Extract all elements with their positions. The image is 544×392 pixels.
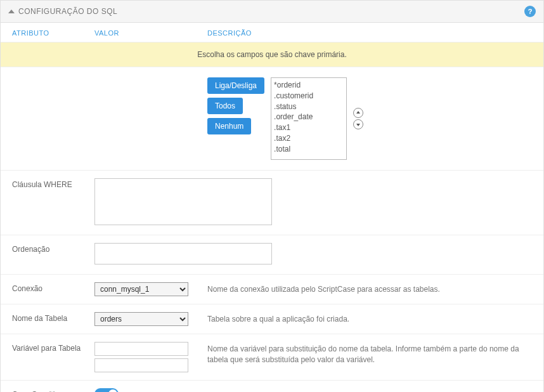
reorder-controls xyxy=(353,108,363,129)
panel-header: CONFIGURAÇÃO DO SQL ? xyxy=(1,1,543,23)
row-tablevar: Variável para Tabela Nome da variável pa… xyxy=(1,334,543,381)
label-where: Cláusula WHERE xyxy=(12,178,94,189)
toggle-knob xyxy=(108,389,117,392)
list-item[interactable]: .total xyxy=(273,144,345,155)
label-connection: Conexão xyxy=(12,282,94,293)
col-header-attribute: ATRIBUTO xyxy=(12,29,94,37)
desc-where xyxy=(207,178,532,180)
table-select[interactable]: orders xyxy=(94,312,188,326)
hint-bar: Escolha os campos que são chave primária… xyxy=(1,42,543,67)
connection-select[interactable]: conn_mysql_1 xyxy=(94,282,188,296)
move-up-button[interactable] xyxy=(353,108,363,118)
collapse-icon[interactable] xyxy=(8,10,15,13)
desc-casesensitive: Considerar Case Sensitive xyxy=(207,388,532,392)
desc-table: Tabela sobre a qual a aplicação foi cria… xyxy=(207,312,532,325)
desc-order xyxy=(207,243,532,245)
label-order: Ordenação xyxy=(12,243,94,254)
label-casesensitive: Case Sensitive xyxy=(12,388,94,392)
label-table: Nome da Tabela xyxy=(12,312,94,323)
desc-tablevar: Nome da variável para substituição do no… xyxy=(207,342,532,365)
desc-connection: Nome da conexão utilizada pelo ScriptCas… xyxy=(207,282,532,295)
select-all-button[interactable]: Todos xyxy=(207,98,243,114)
panel-header-left: CONFIGURAÇÃO DO SQL xyxy=(8,7,117,16)
where-input[interactable] xyxy=(94,178,272,225)
row-connection: Conexão conn_mysql_1 Nome da conexão uti… xyxy=(1,275,543,304)
sql-config-panel: CONFIGURAÇÃO DO SQL ? ATRIBUTO VALOR DES… xyxy=(0,0,544,392)
row-table: Nome da Tabela orders Tabela sobre a qua… xyxy=(1,304,543,334)
col-header-value: VALOR xyxy=(94,29,207,37)
label-tablevar: Variável para Tabela xyxy=(12,342,94,353)
list-item[interactable]: .order_date xyxy=(273,112,345,122)
tablevar-input-1[interactable] xyxy=(94,342,188,356)
list-item[interactable]: *orderid xyxy=(273,80,345,91)
move-down-button[interactable] xyxy=(353,119,363,129)
tablevar-input-2[interactable] xyxy=(94,358,188,372)
case-sensitive-toggle[interactable] xyxy=(94,388,119,392)
order-input[interactable] xyxy=(94,243,272,265)
help-icon[interactable]: ? xyxy=(524,6,536,17)
col-header-description: DESCRIÇÃO xyxy=(207,29,532,37)
list-item[interactable]: .status xyxy=(273,101,345,112)
row-where: Cláusula WHERE xyxy=(1,171,543,235)
fields-listbox[interactable]: *orderid .customerid .status .order_date… xyxy=(271,77,347,160)
pk-button-group: Liga/Desliga Todos Nenhum xyxy=(207,77,264,134)
column-header-row: ATRIBUTO VALOR DESCRIÇÃO xyxy=(1,23,543,42)
toggle-button[interactable]: Liga/Desliga xyxy=(207,77,264,94)
row-order: Ordenação xyxy=(1,235,543,275)
primary-key-block: Liga/Desliga Todos Nenhum *orderid .cust… xyxy=(1,67,543,171)
panel-title: CONFIGURAÇÃO DO SQL xyxy=(18,7,117,16)
list-item[interactable]: .tax1 xyxy=(273,122,345,133)
select-none-button[interactable]: Nenhum xyxy=(207,118,251,134)
list-item[interactable]: .tax2 xyxy=(273,133,345,144)
list-item[interactable]: .customerid xyxy=(273,91,345,101)
row-casesensitive: Case Sensitive Considerar Case Sensitive xyxy=(1,381,543,392)
